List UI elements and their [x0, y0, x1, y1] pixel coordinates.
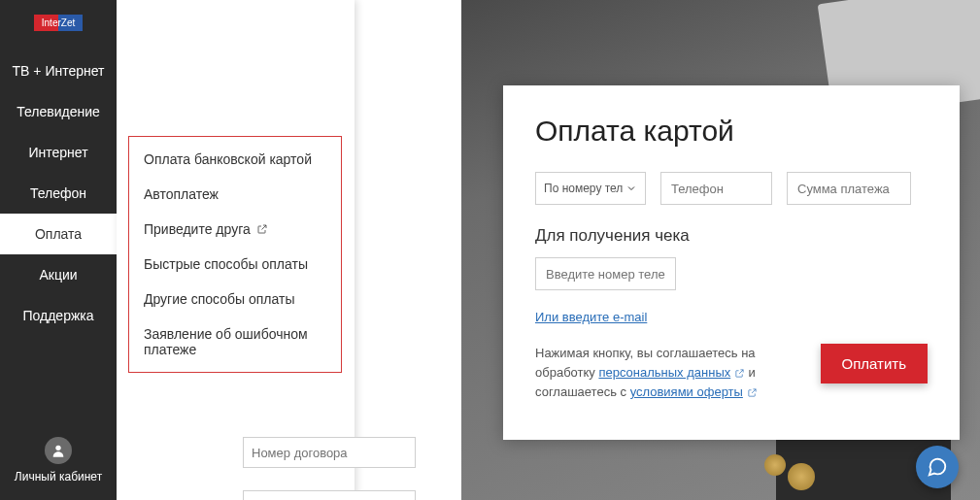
external-link-icon: [734, 368, 745, 379]
contract-number-input[interactable]: [243, 437, 416, 468]
offer-terms-link[interactable]: условиями оферты: [630, 384, 743, 399]
sum-input[interactable]: [243, 490, 416, 500]
sidebar-item-payment[interactable]: Оплата: [0, 214, 117, 254]
sidebar-item-phone[interactable]: Телефон: [0, 173, 117, 214]
svg-point-2: [55, 446, 60, 450]
chat-fab[interactable]: [916, 446, 959, 488]
submenu-panel: Оплата банковской картой Автоплатеж Прив…: [117, 0, 355, 500]
decor-coin: [764, 454, 786, 476]
sidebar-item-promotions[interactable]: Акции: [0, 254, 117, 295]
decor-coin: [788, 463, 815, 490]
external-link-icon: [747, 387, 758, 398]
amount-input[interactable]: [787, 172, 911, 205]
receipt-heading: Для получения чека: [535, 226, 928, 246]
enter-email-link[interactable]: Или введите e-mail: [535, 310, 928, 324]
account-label: Личный кабинет: [0, 470, 117, 485]
submenu-list: Оплата банковской картой Автоплатеж Прив…: [128, 136, 342, 373]
receipt-phone-input[interactable]: [535, 257, 676, 290]
personal-data-link[interactable]: персональных данных: [598, 365, 730, 380]
submenu-item-autopay[interactable]: Автоплатеж: [144, 186, 326, 202]
identifier-select[interactable]: По номеру тел: [535, 172, 646, 205]
logo[interactable]: InterZet: [34, 15, 83, 31]
sidebar-item-television[interactable]: Телевидение: [0, 91, 117, 132]
panel-title: Оплата картой: [535, 115, 928, 148]
pay-button[interactable]: Оплатить: [821, 344, 929, 383]
chevron-down-icon: [625, 183, 637, 194]
submenu-item-other-pay[interactable]: Другие способы оплаты: [144, 291, 326, 307]
partial-background-column: [355, 0, 461, 500]
submenu-item-card-payment[interactable]: Оплата банковской картой: [144, 151, 326, 167]
phone-input[interactable]: [660, 172, 772, 205]
user-icon: [45, 437, 72, 464]
sidebar: InterZet ТВ + Интернет Телевидение Интер…: [0, 0, 117, 500]
sidebar-item-tv-internet[interactable]: ТВ + Интернет: [0, 50, 117, 91]
submenu-item-refer-friend[interactable]: Приведите друга: [144, 221, 326, 237]
payment-card-panel: Оплата картой По номеру тел Для получени…: [503, 85, 960, 440]
external-link-icon: [256, 223, 268, 235]
submenu-item-wrong-payment[interactable]: Заявление об ошибочном платеже: [144, 326, 326, 357]
account-button[interactable]: Личный кабинет: [0, 427, 117, 500]
sidebar-item-internet[interactable]: Интернет: [0, 132, 117, 173]
agreement-text: Нажимая кнопку, вы соглашаетесь на обраб…: [535, 344, 778, 402]
panel-bottom-row: Нажимая кнопку, вы соглашаетесь на обраб…: [535, 344, 928, 402]
sidebar-item-support[interactable]: Поддержка: [0, 295, 117, 336]
chat-icon: [927, 456, 948, 478]
submenu-item-quick-pay[interactable]: Быстрые способы оплаты: [144, 256, 326, 272]
payment-row: По номеру тел: [535, 172, 928, 205]
